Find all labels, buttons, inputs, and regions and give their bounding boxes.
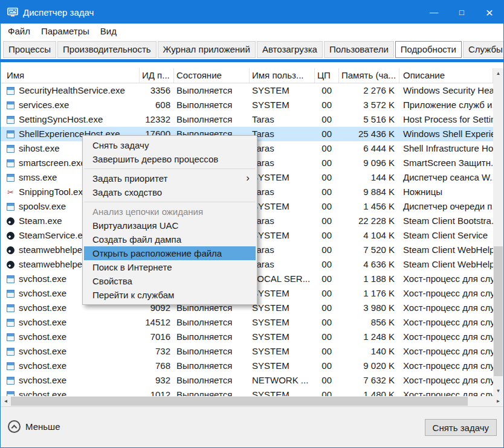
cell-memory: 9 884 K (339, 185, 399, 199)
process-name: svchost.exe (19, 344, 66, 359)
tab-details[interactable]: Подробности (395, 41, 462, 58)
menubar-item-view[interactable]: Вид (95, 24, 122, 39)
window-icon (7, 362, 15, 370)
vertical-scroll-thumb[interactable] (494, 246, 503, 376)
steam-icon (7, 261, 15, 269)
close-button[interactable]: × (476, 1, 503, 24)
column-header-pid[interactable]: ИД п... (140, 68, 174, 83)
window-icon (7, 333, 15, 341)
column-header-name[interactable]: Имя (1, 68, 140, 83)
cell-user: SYSTEM (250, 359, 315, 373)
cell-memory: 5 516 K (339, 112, 399, 127)
menu-item-end-task[interactable]: Снять задачу (84, 138, 256, 152)
cell-memory: 856 K (339, 315, 399, 330)
table-row[interactable]: svchost.exe1012ВыполняетсяSYSTEM001 480 … (1, 388, 493, 396)
menu-item-properties[interactable]: Свойства (84, 274, 256, 288)
cell-status: Выполняется (174, 330, 250, 344)
tab-services[interactable]: Службы (463, 41, 504, 58)
process-name: SteamService.exe (19, 228, 92, 243)
window-icon (7, 145, 15, 153)
cell-user: NETWORK ... (250, 373, 315, 388)
end-task-button[interactable]: Снять задачу (425, 419, 497, 436)
table-row[interactable]: svchost.exe14512ВыполняетсяSYSTEM00856 K… (1, 315, 493, 330)
window-icon (7, 304, 15, 312)
cell-cpu: 00 (315, 112, 339, 127)
tab-startup[interactable]: Автозагрузка (257, 41, 323, 58)
window-icon (7, 391, 15, 397)
cell-status: Выполняется (174, 83, 250, 98)
column-header-memory[interactable]: Память (ча... (339, 68, 399, 83)
tab-performance[interactable]: Производительность (57, 41, 157, 58)
scroll-up-icon[interactable]: ▲ (493, 68, 503, 78)
maximize-button[interactable]: □ (448, 1, 476, 24)
minimize-button[interactable]: — (420, 1, 448, 24)
scroll-right-icon[interactable]: ► (493, 396, 503, 406)
process-name: SettingSyncHost.exe (19, 112, 103, 127)
table-row[interactable]: SettingSyncHost.exe12332ВыполняетсяTaras… (1, 112, 493, 127)
table-row[interactable]: svchost.exe7016ВыполняетсяSYSTEM001 248 … (1, 330, 493, 344)
cell-user: SYSTEM (250, 330, 315, 344)
fewer-details-button[interactable]: Меньше (8, 420, 60, 433)
title-bar[interactable]: Диспетчер задач — □ × (1, 1, 503, 24)
cell-pid: 14512 (140, 315, 174, 330)
scissors-icon: ✂ (7, 188, 15, 196)
menu-item-create-dump-file[interactable]: Создать файл дампа (84, 232, 256, 246)
cell-memory: 9 020 K (339, 359, 399, 373)
cell-user: SYSTEM (250, 228, 315, 243)
cell-memory: 9 096 K (339, 156, 399, 170)
cell-cpu: 00 (315, 330, 339, 344)
cell-user: SYSTEM (250, 388, 315, 396)
window-icon (7, 130, 15, 138)
cell-user: Taras (250, 127, 315, 141)
process-name: SnippingTool.exe (19, 185, 88, 199)
menu-item-uac-virtualization[interactable]: Виртуализация UAC (84, 219, 256, 232)
menu-item-open-file-location[interactable]: Открыть расположение файла (84, 246, 256, 260)
cell-cpu: 00 (315, 141, 339, 156)
tab-processes[interactable]: Процессы (3, 41, 56, 58)
horizontal-scroll-thumb[interactable] (11, 397, 468, 406)
column-header-description[interactable]: Описание (399, 68, 493, 83)
table-row[interactable]: svchost.exe932ВыполняетсяNETWORK ...007 … (1, 373, 493, 388)
cell-memory: 144 K (339, 170, 399, 185)
menu-item-search-online[interactable]: Поиск в Интернете (84, 260, 256, 274)
tab-users[interactable]: Пользователи (324, 41, 394, 58)
process-name: svchost.exe (19, 373, 66, 388)
task-manager-window: Диспетчер задач — □ × ФайлПараметрыВид П… (0, 0, 504, 448)
scroll-down-icon[interactable]: ▼ (493, 386, 503, 396)
cell-memory: 22 228 K (339, 214, 399, 228)
window-icon (7, 116, 15, 124)
cell-user: Taras (250, 156, 315, 170)
cell-name: svchost.exe (1, 315, 140, 330)
cell-cpu: 00 (315, 214, 339, 228)
cell-description: Диспетчер очереди п... (399, 199, 493, 214)
menubar-item-options[interactable]: Параметры (36, 24, 95, 39)
column-header-cpu[interactable]: ЦП (315, 68, 339, 83)
menu-item-end-process-tree[interactable]: Завершить дерево процессов (84, 152, 256, 166)
table-row[interactable]: services.exe608ВыполняетсяSYSTEM003 572 … (1, 98, 493, 112)
cell-cpu: 00 (315, 83, 339, 98)
column-header-user[interactable]: Имя польз... (250, 68, 315, 83)
menu-item-go-to-services[interactable]: Перейти к службам (84, 288, 256, 302)
menu-item-set-priority[interactable]: Задать приоритет› (84, 171, 256, 185)
process-name: svchost.exe (19, 315, 66, 330)
menu-item-set-affinity[interactable]: Задать сходство (84, 185, 256, 199)
column-header-status[interactable]: Состояние (174, 68, 250, 83)
process-name: svchost.exe (19, 330, 66, 344)
tab-app-history[interactable]: Журнал приложений (158, 41, 256, 58)
process-name: Steam.exe (19, 214, 62, 228)
table-row[interactable]: SecurityHealthService.exe3356Выполняется… (1, 83, 493, 98)
horizontal-scrollbar[interactable]: ◄ ► (1, 396, 503, 406)
table-row[interactable]: svchost.exe732ВыполняетсяSYSTEM00140 KХо… (1, 344, 493, 359)
scroll-left-icon[interactable]: ◄ (1, 396, 11, 406)
process-name: SecurityHealthService.exe (19, 83, 125, 98)
cell-user: Taras (250, 141, 315, 156)
cell-pid: 1012 (140, 388, 174, 396)
table-row[interactable]: svchost.exe768ВыполняетсяSYSTEM009 020 K… (1, 359, 493, 373)
vertical-scrollbar[interactable]: ▲ ▼ (493, 68, 503, 396)
menu-bar: ФайлПараметрыВид (1, 24, 503, 39)
cell-description: Хост-процесс для слу... (399, 344, 493, 359)
menubar-item-file[interactable]: Файл (2, 24, 36, 39)
cell-pid: 12332 (140, 112, 174, 127)
cell-memory: 4 104 K (339, 228, 399, 243)
window-icon (7, 159, 15, 167)
